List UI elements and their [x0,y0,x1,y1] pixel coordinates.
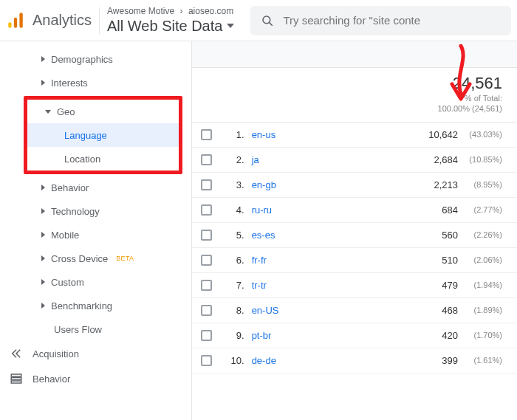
row-percent: (2.26%) [462,230,502,239]
row-index: 5 [225,230,242,241]
row-checkbox[interactable] [201,355,212,366]
row-value: 399 [421,355,458,366]
table-header [192,41,517,68]
sidebar-item-technology[interactable]: Technology [0,199,191,223]
row-language-link[interactable]: es-es [252,230,421,241]
table-row[interactable]: 2.ja2,684(10.85%) [192,148,517,173]
sidebar-item-interests[interactable]: Interests [0,71,191,94]
table-row[interactable]: 9.pt-br420(1.70%) [192,323,517,348]
search-input[interactable] [283,14,501,27]
row-percent: (2.06%) [462,255,502,264]
sidebar-section-acquisition[interactable]: Acquisition [0,341,191,366]
search-icon [261,14,274,27]
summary-total: 24,561 [192,74,502,93]
row-language-link[interactable]: pt-br [252,330,421,341]
sidebar-item-mobile[interactable]: Mobile [0,223,191,247]
table-row[interactable]: 4.ru-ru684(2.77%) [192,198,517,223]
sidebar-item-custom[interactable]: Custom [0,270,191,294]
row-percent: (43.03%) [462,130,502,139]
table-row[interactable]: 3.en-gb2,213(8.95%) [192,173,517,198]
sidebar-item-behavior[interactable]: Behavior [0,176,191,199]
svg-rect-2 [19,13,22,28]
row-checkbox[interactable] [201,305,212,316]
row-language-link[interactable]: ru-ru [252,204,421,216]
sidebar-section-behavior[interactable]: Behavior [0,366,191,391]
row-index: 8 [225,305,242,316]
breadcrumb: Awesome Motive › aioseo.com [107,6,234,16]
row-percent: (10.85%) [462,155,502,164]
sidebar-item-language[interactable]: Language [27,123,179,147]
property-selector[interactable]: Awesome Motive › aioseo.com All Web Site… [107,6,234,34]
header-divider [99,7,100,34]
table-row[interactable]: 5.es-es560(2.26%) [192,223,517,248]
row-language-link[interactable]: fr-fr [252,255,421,266]
sidebar-item-geo[interactable]: Geo [27,100,179,123]
analytics-icon [6,11,25,30]
sidebar-item-cross-device[interactable]: Cross Device BETA [0,247,191,270]
row-value: 10,642 [421,129,458,140]
ga-logo[interactable]: Analytics [6,11,92,30]
row-percent: (1.94%) [462,280,502,289]
table-row[interactable]: 1.en-us10,642(43.03%) [192,123,517,148]
svg-point-3 [263,16,270,24]
row-checkbox[interactable] [201,280,212,291]
row-value: 560 [421,230,458,241]
row-checkbox[interactable] [201,330,212,341]
row-value: 684 [421,204,458,216]
row-percent: (1.70%) [462,331,502,340]
table-summary: 24,561 % of Total: 100.00% (24,561) [192,68,517,123]
row-language-link[interactable]: en-US [252,305,421,316]
row-checkbox[interactable] [201,129,212,140]
row-value: 479 [421,280,458,291]
row-percent: (8.95%) [462,180,502,189]
sidebar-item-benchmarking[interactable]: Benchmarking [0,294,191,317]
svg-rect-5 [11,374,21,376]
row-percent: (2.77%) [462,205,502,214]
row-index: 3 [225,179,242,190]
row-language-link[interactable]: de-de [252,355,421,366]
acquisition-icon [9,346,24,361]
svg-line-4 [270,22,273,25]
row-checkbox[interactable] [201,204,212,216]
row-index: 6 [225,255,242,266]
row-value: 2,213 [421,179,458,190]
row-index: 1 [225,129,242,140]
row-checkbox[interactable] [201,255,212,266]
sidebar-item-location[interactable]: Location [27,147,179,171]
view-name: All Web Site Data [107,17,222,35]
beta-badge: BETA [116,255,134,262]
table-row[interactable]: 6.fr-fr510(2.06%) [192,248,517,273]
row-index: 10 [225,355,242,366]
row-value: 2,684 [421,154,458,165]
row-index: 4 [225,204,242,216]
row-language-link[interactable]: ja [252,154,421,165]
svg-rect-0 [8,22,11,28]
sidebar-item-users-flow[interactable]: Users Flow [0,317,191,341]
row-percent: (1.89%) [462,306,502,314]
row-value: 468 [421,305,458,316]
row-language-link[interactable]: en-us [252,129,421,140]
row-index: 9 [225,330,242,341]
row-language-link[interactable]: tr-tr [252,280,421,291]
highlight-box: Geo Language Location [24,96,182,174]
row-checkbox[interactable] [201,230,212,241]
row-language-link[interactable]: en-gb [252,179,421,190]
row-checkbox[interactable] [201,154,212,165]
row-checkbox[interactable] [201,179,212,190]
table-row[interactable]: 10.de-de399(1.61%) [192,348,517,373]
table-row[interactable]: 7.tr-tr479(1.94%) [192,273,517,298]
sidebar-item-demographics[interactable]: Demographics [0,47,191,71]
app-header: Analytics Awesome Motive › aioseo.com Al… [0,0,517,41]
row-value: 420 [421,330,458,341]
sidebar: Demographics Interests Geo Language Loca… [0,41,192,420]
svg-rect-6 [11,378,21,380]
report-table: 24,561 % of Total: 100.00% (24,561) 1.en… [192,41,517,420]
row-value: 510 [421,255,458,266]
svg-rect-1 [14,17,17,27]
row-index: 7 [225,280,242,291]
search-box[interactable] [250,6,511,35]
row-percent: (1.61%) [462,356,502,365]
table-row[interactable]: 8.en-US468(1.89%) [192,298,517,323]
brand-text: Analytics [32,12,92,29]
svg-rect-7 [11,381,21,383]
